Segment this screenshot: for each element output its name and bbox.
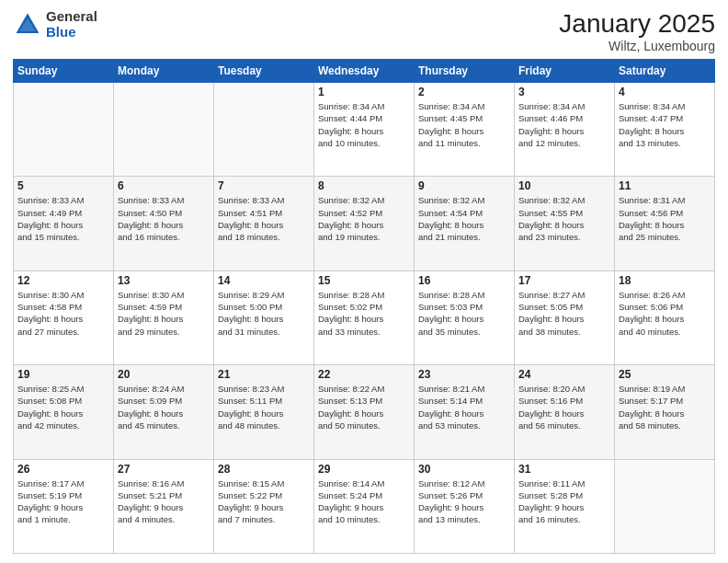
day-number: 12 — [17, 274, 109, 287]
col-tuesday: Tuesday — [214, 60, 314, 83]
calendar-cell-w3-d6: 17Sunrise: 8:27 AM Sunset: 5:05 PM Dayli… — [515, 270, 615, 364]
page: General Blue January 2025 Wiltz, Luxembo… — [0, 0, 728, 563]
col-thursday: Thursday — [415, 60, 515, 83]
day-number: 26 — [17, 463, 109, 476]
calendar-cell-w3-d1: 12Sunrise: 8:30 AM Sunset: 4:58 PM Dayli… — [14, 270, 114, 364]
calendar-cell-w2-d6: 10Sunrise: 8:32 AM Sunset: 4:55 PM Dayli… — [515, 177, 615, 270]
day-number: 25 — [619, 368, 711, 381]
day-info: Sunrise: 8:22 AM Sunset: 5:13 PM Dayligh… — [318, 383, 410, 431]
day-info: Sunrise: 8:33 AM Sunset: 4:49 PM Dayligh… — [17, 194, 109, 243]
day-number: 28 — [218, 463, 310, 476]
calendar-cell-w3-d4: 15Sunrise: 8:28 AM Sunset: 5:02 PM Dayli… — [314, 270, 415, 364]
calendar-cell-w4-d4: 22Sunrise: 8:22 AM Sunset: 5:13 PM Dayli… — [314, 365, 415, 459]
calendar-week-4: 19Sunrise: 8:25 AM Sunset: 5:08 PM Dayli… — [14, 365, 715, 459]
calendar-cell-w2-d5: 9Sunrise: 8:32 AM Sunset: 4:54 PM Daylig… — [415, 177, 515, 270]
day-info: Sunrise: 8:24 AM Sunset: 5:09 PM Dayligh… — [118, 383, 210, 431]
day-number: 29 — [318, 463, 410, 476]
calendar-cell-w5-d2: 27Sunrise: 8:16 AM Sunset: 5:21 PM Dayli… — [114, 459, 214, 553]
day-info: Sunrise: 8:31 AM Sunset: 4:56 PM Dayligh… — [619, 194, 711, 243]
col-saturday: Saturday — [615, 60, 715, 83]
calendar-cell-w3-d7: 18Sunrise: 8:26 AM Sunset: 5:06 PM Dayli… — [615, 270, 715, 364]
calendar-cell-w5-d6: 31Sunrise: 8:11 AM Sunset: 5:28 PM Dayli… — [515, 459, 615, 553]
logo-text: General Blue — [46, 9, 97, 40]
day-info: Sunrise: 8:30 AM Sunset: 4:59 PM Dayligh… — [118, 289, 210, 338]
calendar-cell-w3-d2: 13Sunrise: 8:30 AM Sunset: 4:59 PM Dayli… — [114, 270, 214, 364]
calendar-cell-w4-d1: 19Sunrise: 8:25 AM Sunset: 5:08 PM Dayli… — [14, 365, 114, 459]
day-number: 7 — [218, 179, 310, 192]
calendar-week-5: 26Sunrise: 8:17 AM Sunset: 5:19 PM Dayli… — [14, 459, 715, 553]
day-info: Sunrise: 8:32 AM Sunset: 4:52 PM Dayligh… — [318, 194, 410, 243]
logo-icon — [13, 10, 42, 40]
month-title: January 2025 — [559, 9, 715, 39]
logo-blue-text: Blue — [46, 25, 97, 40]
day-number: 3 — [518, 86, 610, 98]
day-info: Sunrise: 8:27 AM Sunset: 5:05 PM Dayligh… — [518, 289, 610, 338]
calendar-cell-w2-d7: 11Sunrise: 8:31 AM Sunset: 4:56 PM Dayli… — [615, 177, 715, 270]
calendar-cell-w2-d3: 7Sunrise: 8:33 AM Sunset: 4:51 PM Daylig… — [214, 177, 314, 270]
day-info: Sunrise: 8:20 AM Sunset: 5:16 PM Dayligh… — [518, 383, 610, 431]
calendar-cell-w5-d7 — [615, 459, 715, 553]
day-info: Sunrise: 8:34 AM Sunset: 4:46 PM Dayligh… — [518, 100, 610, 149]
day-number: 17 — [518, 274, 610, 287]
day-info: Sunrise: 8:23 AM Sunset: 5:11 PM Dayligh… — [218, 383, 310, 431]
calendar-cell-w1-d7: 4Sunrise: 8:34 AM Sunset: 4:47 PM Daylig… — [615, 83, 715, 177]
day-number: 14 — [218, 274, 310, 287]
calendar-cell-w1-d2 — [114, 83, 214, 177]
calendar-week-2: 5Sunrise: 8:33 AM Sunset: 4:49 PM Daylig… — [14, 177, 715, 270]
col-monday: Monday — [114, 60, 214, 83]
calendar-cell-w2-d1: 5Sunrise: 8:33 AM Sunset: 4:49 PM Daylig… — [14, 177, 114, 270]
day-number: 20 — [118, 368, 210, 381]
day-info: Sunrise: 8:25 AM Sunset: 5:08 PM Dayligh… — [17, 383, 109, 431]
day-info: Sunrise: 8:29 AM Sunset: 5:00 PM Dayligh… — [218, 289, 310, 338]
col-wednesday: Wednesday — [314, 60, 415, 83]
calendar-cell-w5-d1: 26Sunrise: 8:17 AM Sunset: 5:19 PM Dayli… — [14, 459, 114, 553]
day-info: Sunrise: 8:34 AM Sunset: 4:47 PM Dayligh… — [619, 100, 711, 149]
day-info: Sunrise: 8:33 AM Sunset: 4:50 PM Dayligh… — [118, 194, 210, 243]
calendar-cell-w4-d5: 23Sunrise: 8:21 AM Sunset: 5:14 PM Dayli… — [415, 365, 515, 459]
day-number: 23 — [418, 368, 510, 381]
day-number: 11 — [619, 179, 711, 192]
day-number: 19 — [17, 368, 109, 381]
day-info: Sunrise: 8:15 AM Sunset: 5:22 PM Dayligh… — [218, 477, 310, 526]
day-info: Sunrise: 8:34 AM Sunset: 4:44 PM Dayligh… — [318, 100, 410, 149]
calendar-cell-w1-d3 — [214, 83, 314, 177]
day-number: 15 — [318, 274, 410, 287]
day-number: 4 — [619, 86, 711, 98]
calendar-cell-w1-d1 — [14, 83, 114, 177]
day-number: 9 — [418, 179, 510, 192]
calendar-cell-w3-d5: 16Sunrise: 8:28 AM Sunset: 5:03 PM Dayli… — [415, 270, 515, 364]
calendar-header-row: Sunday Monday Tuesday Wednesday Thursday… — [14, 60, 715, 83]
header: General Blue January 2025 Wiltz, Luxembo… — [13, 9, 715, 53]
day-info: Sunrise: 8:28 AM Sunset: 5:03 PM Dayligh… — [418, 289, 510, 338]
day-number: 31 — [518, 463, 610, 476]
day-number: 16 — [418, 274, 510, 287]
day-info: Sunrise: 8:32 AM Sunset: 4:54 PM Dayligh… — [418, 194, 510, 243]
calendar-cell-w4-d3: 21Sunrise: 8:23 AM Sunset: 5:11 PM Dayli… — [214, 365, 314, 459]
calendar-cell-w5-d5: 30Sunrise: 8:12 AM Sunset: 5:26 PM Dayli… — [415, 459, 515, 553]
day-number: 1 — [318, 86, 410, 98]
calendar-table: Sunday Monday Tuesday Wednesday Thursday… — [13, 59, 715, 554]
calendar-cell-w1-d5: 2Sunrise: 8:34 AM Sunset: 4:45 PM Daylig… — [415, 83, 515, 177]
calendar-cell-w1-d4: 1Sunrise: 8:34 AM Sunset: 4:44 PM Daylig… — [314, 83, 415, 177]
day-number: 24 — [518, 368, 610, 381]
day-info: Sunrise: 8:26 AM Sunset: 5:06 PM Dayligh… — [619, 289, 711, 338]
day-number: 2 — [418, 86, 510, 98]
day-number: 18 — [619, 274, 711, 287]
day-info: Sunrise: 8:14 AM Sunset: 5:24 PM Dayligh… — [318, 477, 410, 526]
col-friday: Friday — [515, 60, 615, 83]
day-number: 5 — [17, 179, 109, 192]
day-number: 6 — [118, 179, 210, 192]
calendar-cell-w5-d3: 28Sunrise: 8:15 AM Sunset: 5:22 PM Dayli… — [214, 459, 314, 553]
day-info: Sunrise: 8:33 AM Sunset: 4:51 PM Dayligh… — [218, 194, 310, 243]
logo: General Blue — [13, 9, 97, 40]
calendar-week-1: 1Sunrise: 8:34 AM Sunset: 4:44 PM Daylig… — [14, 83, 715, 177]
day-info: Sunrise: 8:34 AM Sunset: 4:45 PM Dayligh… — [418, 100, 510, 149]
calendar-cell-w2-d4: 8Sunrise: 8:32 AM Sunset: 4:52 PM Daylig… — [314, 177, 415, 270]
title-block: January 2025 Wiltz, Luxembourg — [559, 9, 715, 53]
day-info: Sunrise: 8:30 AM Sunset: 4:58 PM Dayligh… — [17, 289, 109, 338]
day-info: Sunrise: 8:28 AM Sunset: 5:02 PM Dayligh… — [318, 289, 410, 338]
calendar-cell-w4-d6: 24Sunrise: 8:20 AM Sunset: 5:16 PM Dayli… — [515, 365, 615, 459]
day-info: Sunrise: 8:32 AM Sunset: 4:55 PM Dayligh… — [518, 194, 610, 243]
calendar-cell-w1-d6: 3Sunrise: 8:34 AM Sunset: 4:46 PM Daylig… — [515, 83, 615, 177]
calendar-cell-w5-d4: 29Sunrise: 8:14 AM Sunset: 5:24 PM Dayli… — [314, 459, 415, 553]
